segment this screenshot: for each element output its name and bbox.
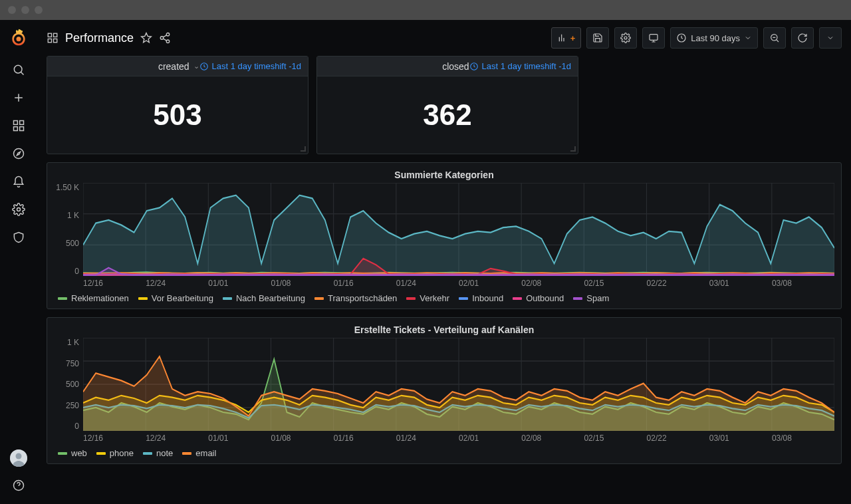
time-range-picker[interactable]: Last 90 days <box>670 27 758 49</box>
resize-handle[interactable] <box>569 145 576 152</box>
help-icon[interactable] <box>12 479 25 492</box>
legend-item[interactable]: Transportschäden <box>314 293 397 303</box>
settings-button[interactable] <box>614 27 637 49</box>
avatar[interactable] <box>10 449 27 467</box>
refresh-interval-dropdown[interactable] <box>819 27 842 49</box>
svg-point-17 <box>624 37 627 39</box>
legend-item[interactable]: Vor Bearbeitung <box>138 293 213 303</box>
star-icon[interactable] <box>140 32 152 44</box>
alerting-icon[interactable] <box>12 175 25 188</box>
y-axis: 1 K7505002500 <box>54 338 83 431</box>
legend-item[interactable]: Nach Bearbeitung <box>223 293 305 303</box>
chart-plot[interactable] <box>83 183 834 276</box>
legend-item[interactable]: web <box>58 448 87 458</box>
traffic-light <box>35 6 43 14</box>
svg-rect-13 <box>54 39 57 43</box>
legend-item[interactable]: Outbound <box>513 293 564 303</box>
svg-rect-10 <box>48 33 51 37</box>
legend: Reklemationen Vor Bearbeitung Nach Bearb… <box>54 288 834 305</box>
svg-point-16 <box>166 40 170 43</box>
grafana-logo[interactable] <box>9 28 28 49</box>
zoom-out-button[interactable] <box>763 27 786 49</box>
dashboard-content: created ⌄ Last 1 day timeshift -1d 503 c… <box>37 56 851 504</box>
svg-rect-18 <box>650 35 658 41</box>
chart-title: Erstellte Tickets - Verteilung auf Kanäl… <box>54 324 834 335</box>
share-icon[interactable] <box>159 32 171 44</box>
stat-panel-created[interactable]: created ⌄ Last 1 day timeshift -1d 503 <box>47 56 308 154</box>
add-panel-button[interactable]: + <box>551 27 582 49</box>
explore-icon[interactable] <box>12 147 25 160</box>
tv-mode-button[interactable] <box>642 27 665 49</box>
svg-point-8 <box>16 453 22 459</box>
save-button[interactable] <box>586 27 609 49</box>
shield-icon[interactable] <box>12 231 25 244</box>
timeshift-label: Last 1 day timeshift -1d <box>469 61 571 71</box>
legend-item[interactable]: email <box>182 448 216 458</box>
legend-item[interactable]: Reklemationen <box>58 293 129 303</box>
chart-plot[interactable] <box>83 338 834 431</box>
window-chrome <box>0 0 851 20</box>
traffic-light <box>8 6 16 14</box>
x-axis: 12/1612/2401/0101/0801/1601/2402/0102/08… <box>54 279 834 288</box>
svg-point-0 <box>14 65 22 73</box>
svg-point-6 <box>17 208 21 211</box>
svg-rect-11 <box>54 33 57 37</box>
resize-handle[interactable] <box>299 145 306 152</box>
topbar: Performance + Last 90 days <box>37 20 851 56</box>
page-title: Performance <box>65 31 134 45</box>
traffic-light <box>21 6 29 14</box>
svg-rect-12 <box>48 39 51 43</box>
panel-header[interactable]: closed Last 1 day timeshift -1d <box>317 57 578 76</box>
x-axis: 12/1612/2401/0101/0801/1601/2402/0102/08… <box>54 434 834 443</box>
svg-point-5 <box>14 149 24 159</box>
plus-icon[interactable] <box>12 91 25 104</box>
svg-point-15 <box>160 37 164 40</box>
sidebar <box>0 20 37 504</box>
panel-header[interactable]: created ⌄ Last 1 day timeshift -1d <box>47 57 308 76</box>
legend-item[interactable]: Inbound <box>459 293 503 303</box>
svg-rect-2 <box>20 121 24 125</box>
chevron-down-icon[interactable]: ⌄ <box>193 62 199 70</box>
legend-item[interactable]: phone <box>96 448 134 458</box>
svg-rect-4 <box>20 127 24 131</box>
dashboards-icon[interactable] <box>12 119 25 132</box>
chart-panel-0[interactable]: Summierte Kategorien 1.50 K1 K5000 <box>47 162 842 309</box>
timeshift-label: Last 1 day timeshift -1d <box>199 61 301 71</box>
legend-item[interactable]: Verkehr <box>406 293 449 303</box>
svg-rect-1 <box>14 121 18 125</box>
svg-rect-3 <box>14 127 18 131</box>
panel-title: created <box>158 61 189 72</box>
panel-title: closed <box>442 61 469 72</box>
dashboard-grid-icon[interactable] <box>47 32 59 44</box>
time-range-label: Last 90 days <box>691 33 740 43</box>
legend-item[interactable]: note <box>143 448 173 458</box>
search-icon[interactable] <box>12 63 25 76</box>
legend: web phone note email <box>54 443 834 459</box>
stat-value: 503 <box>153 98 201 132</box>
chart-panel-1[interactable]: Erstellte Tickets - Verteilung auf Kanäl… <box>47 317 842 464</box>
legend-item[interactable]: Spam <box>573 293 609 303</box>
stat-panel-closed[interactable]: closed Last 1 day timeshift -1d 362 <box>316 56 578 154</box>
gear-icon[interactable] <box>12 203 25 216</box>
stat-value: 362 <box>423 98 471 132</box>
chart-title: Summierte Kategorien <box>54 170 834 180</box>
y-axis: 1.50 K1 K5000 <box>54 183 83 276</box>
svg-point-14 <box>166 33 170 37</box>
refresh-button[interactable] <box>791 27 814 49</box>
